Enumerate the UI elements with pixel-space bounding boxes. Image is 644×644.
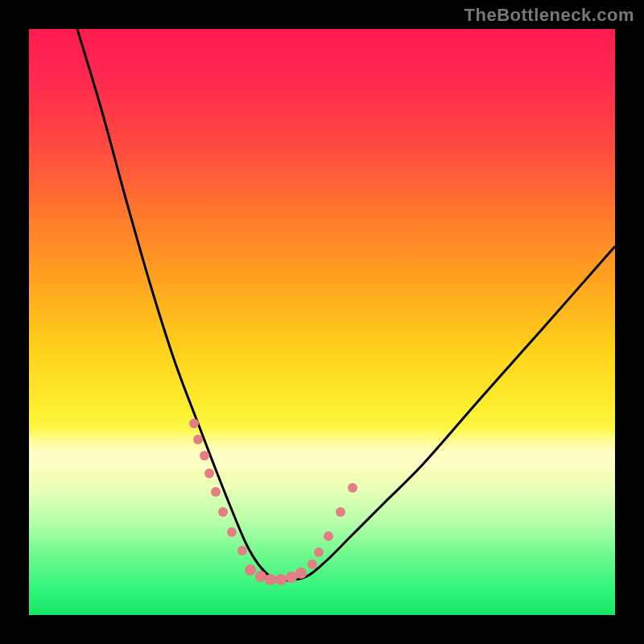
chart-svg [29,29,615,615]
valley-dots [189,419,357,585]
marker-dot [255,571,266,582]
marker-dot [237,546,247,555]
marker-dot [265,574,276,585]
marker-dot [193,435,203,444]
marker-dot [275,574,287,585]
marker-dot [308,559,317,569]
marker-dot [295,568,307,579]
marker-dot [245,564,256,576]
marker-dot [314,547,324,557]
marker-dot [286,572,297,583]
stage: TheBottleneck.com [0,0,644,644]
bottleneck-curve [77,29,615,580]
marker-dot [218,507,228,517]
marker-dot [348,483,357,493]
plot-area [29,29,615,615]
marker-dot [211,487,221,497]
pale-band [29,428,615,477]
marker-layer [29,29,615,615]
marker-dot [324,531,333,541]
marker-dot [200,451,209,460]
marker-dot [204,469,214,478]
marker-dot [189,419,199,428]
watermark: TheBottleneck.com [464,5,634,26]
marker-dot [336,507,345,517]
marker-dot [227,527,237,537]
bottleneck-curve-thin [287,246,615,580]
